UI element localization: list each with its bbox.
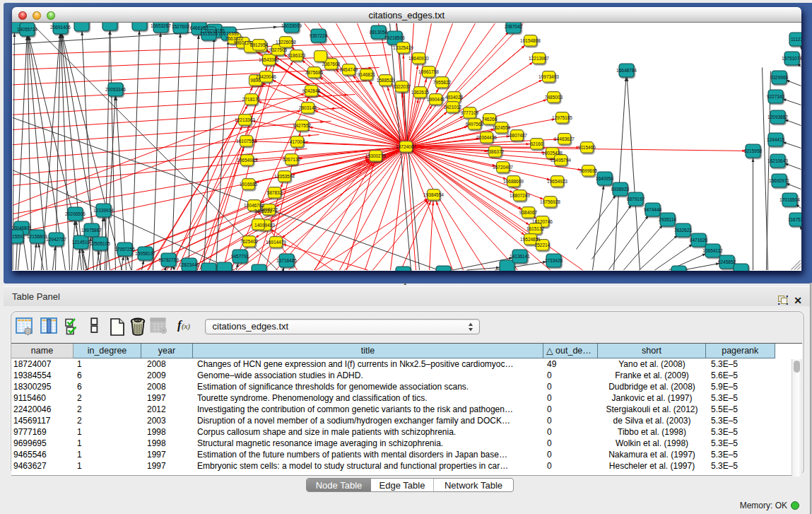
svg-text:10046786: 10046786 bbox=[244, 202, 264, 207]
svg-text:15958107: 15958107 bbox=[135, 250, 155, 255]
svg-text:19654923: 19654923 bbox=[547, 178, 567, 183]
svg-text:8215958: 8215958 bbox=[743, 148, 762, 153]
svg-text:12823446: 12823446 bbox=[179, 262, 199, 267]
svg-text:12975185: 12975185 bbox=[552, 115, 572, 119]
svg-text:16914479: 16914479 bbox=[266, 239, 286, 244]
svg-text:1916685: 1916685 bbox=[239, 181, 257, 186]
svg-text:3875685: 3875685 bbox=[305, 69, 323, 74]
svg-text:9777109: 9777109 bbox=[460, 110, 478, 115]
svg-text:7955822: 7955822 bbox=[433, 79, 451, 84]
svg-text:18724007: 18724007 bbox=[396, 144, 416, 148]
svg-text:19524851: 19524851 bbox=[520, 236, 541, 241]
svg-text:14099483: 14099483 bbox=[254, 222, 275, 227]
svg-text:9146821: 9146821 bbox=[357, 71, 375, 76]
svg-text:2803144: 2803144 bbox=[298, 105, 317, 110]
svg-text:16210643: 16210643 bbox=[767, 158, 788, 163]
svg-text:9327505: 9327505 bbox=[269, 47, 287, 52]
svg-text:9474444: 9474444 bbox=[643, 206, 661, 211]
svg-text:9384067: 9384067 bbox=[519, 209, 537, 214]
svg-text:12942757: 12942757 bbox=[46, 236, 66, 241]
svg-text:11123: 11123 bbox=[790, 36, 801, 41]
svg-text:3498222: 3498222 bbox=[254, 208, 272, 213]
svg-text:15720407: 15720407 bbox=[493, 164, 513, 169]
svg-text:9329966: 9329966 bbox=[770, 74, 788, 79]
svg-text:10688609: 10688609 bbox=[503, 178, 524, 183]
svg-text:20053346: 20053346 bbox=[105, 86, 126, 91]
svg-text:12339934: 12339934 bbox=[93, 207, 114, 212]
svg-text:12213363: 12213363 bbox=[235, 117, 255, 122]
svg-text:15495794: 15495794 bbox=[551, 157, 571, 162]
svg-text:16107553: 16107553 bbox=[236, 138, 257, 143]
svg-text:8454749: 8454749 bbox=[339, 66, 358, 71]
svg-text:7632621: 7632621 bbox=[673, 227, 692, 232]
svg-text:1990448: 1990448 bbox=[426, 96, 445, 101]
svg-text:9457791: 9457791 bbox=[230, 253, 249, 258]
svg-text:2367608: 2367608 bbox=[322, 61, 340, 66]
svg-text:9115460: 9115460 bbox=[578, 144, 596, 149]
svg-text:17016504: 17016504 bbox=[779, 197, 800, 201]
svg-text:3267130: 3267130 bbox=[282, 156, 300, 161]
svg-text:20364436: 20364436 bbox=[476, 134, 497, 139]
svg-text:16033009: 16033009 bbox=[281, 23, 302, 28]
svg-text:8813054: 8813054 bbox=[369, 29, 387, 34]
svg-text:8912954: 8912954 bbox=[249, 42, 268, 47]
svg-text:14463627: 14463627 bbox=[554, 136, 575, 141]
svg-text:8471626: 8471626 bbox=[689, 237, 707, 242]
svg-text:10756928: 10756928 bbox=[540, 199, 560, 204]
svg-text:1615132: 1615132 bbox=[526, 226, 544, 230]
svg-text:17957255: 17957255 bbox=[114, 246, 135, 251]
svg-text:13716485: 13716485 bbox=[276, 257, 297, 262]
svg-text:6879197: 6879197 bbox=[626, 196, 645, 201]
svg-text:13353594: 13353594 bbox=[274, 173, 295, 178]
svg-text:10654112: 10654112 bbox=[702, 247, 723, 252]
svg-text:8938923: 8938923 bbox=[611, 186, 629, 191]
svg-text:12213967: 12213967 bbox=[529, 55, 549, 60]
svg-text:10025438: 10025438 bbox=[542, 150, 563, 155]
svg-text:8427552: 8427552 bbox=[293, 122, 311, 127]
svg-text:18807249: 18807249 bbox=[510, 192, 530, 197]
svg-text:13325419: 13325419 bbox=[393, 45, 413, 49]
svg-text:15300275: 15300275 bbox=[365, 153, 386, 158]
svg-text:10654983: 10654983 bbox=[237, 157, 257, 162]
svg-text:4934028: 4934028 bbox=[445, 94, 463, 99]
svg-text:12505105: 12505105 bbox=[90, 240, 110, 245]
svg-text:7485003: 7485003 bbox=[544, 94, 563, 99]
svg-text:1640954: 1640954 bbox=[595, 175, 613, 180]
svg-text:1588520: 1588520 bbox=[376, 77, 394, 82]
svg-text:1527602: 1527602 bbox=[171, 23, 189, 28]
svg-text:8322037: 8322037 bbox=[392, 83, 411, 88]
svg-text:15692971: 15692971 bbox=[769, 177, 789, 182]
svg-text:23420046: 23420046 bbox=[256, 74, 276, 78]
svg-text:10973493: 10973493 bbox=[539, 74, 559, 78]
svg-text:20206506: 20206506 bbox=[65, 211, 86, 216]
svg-text:8186323: 8186323 bbox=[287, 52, 305, 57]
svg-text:9357224: 9357224 bbox=[309, 33, 327, 37]
svg-text:12093882: 12093882 bbox=[767, 114, 788, 119]
svg-text:9860124: 9860124 bbox=[233, 40, 252, 45]
svg-text:19975867: 19975867 bbox=[81, 227, 102, 232]
svg-text:10807487: 10807487 bbox=[507, 132, 527, 137]
svg-text:3915597: 3915597 bbox=[12, 233, 25, 238]
svg-text:1624554: 1624554 bbox=[492, 124, 510, 129]
svg-text:10961758: 10961758 bbox=[418, 69, 439, 74]
svg-text:9699695: 9699695 bbox=[579, 168, 597, 173]
svg-text:19218506: 19218506 bbox=[384, 35, 405, 40]
svg-text:2718170: 2718170 bbox=[242, 96, 260, 101]
svg-text:10671355: 10671355 bbox=[218, 30, 239, 35]
svg-text:1244415: 1244415 bbox=[766, 136, 784, 141]
svg-text:12156809: 12156809 bbox=[27, 233, 47, 238]
svg-text:9245852: 9245852 bbox=[717, 259, 736, 264]
svg-text:417004: 417004 bbox=[289, 139, 305, 144]
svg-text:2935114: 2935114 bbox=[659, 216, 676, 221]
svg-text:14136141: 14136141 bbox=[510, 253, 530, 258]
svg-text:10154808: 10154808 bbox=[520, 37, 541, 42]
svg-text:7625402: 7625402 bbox=[240, 238, 258, 243]
svg-text:62160: 62160 bbox=[530, 141, 543, 146]
svg-text:16782759: 16782759 bbox=[158, 257, 179, 262]
svg-text:16648784: 16648784 bbox=[616, 67, 637, 72]
svg-text:2087042: 2087042 bbox=[504, 23, 522, 28]
svg-text:9242848: 9242848 bbox=[302, 88, 320, 93]
svg-text:20691406: 20691406 bbox=[50, 24, 71, 29]
svg-text:14055714: 14055714 bbox=[17, 26, 37, 31]
svg-text:1733426: 1733426 bbox=[544, 257, 563, 262]
